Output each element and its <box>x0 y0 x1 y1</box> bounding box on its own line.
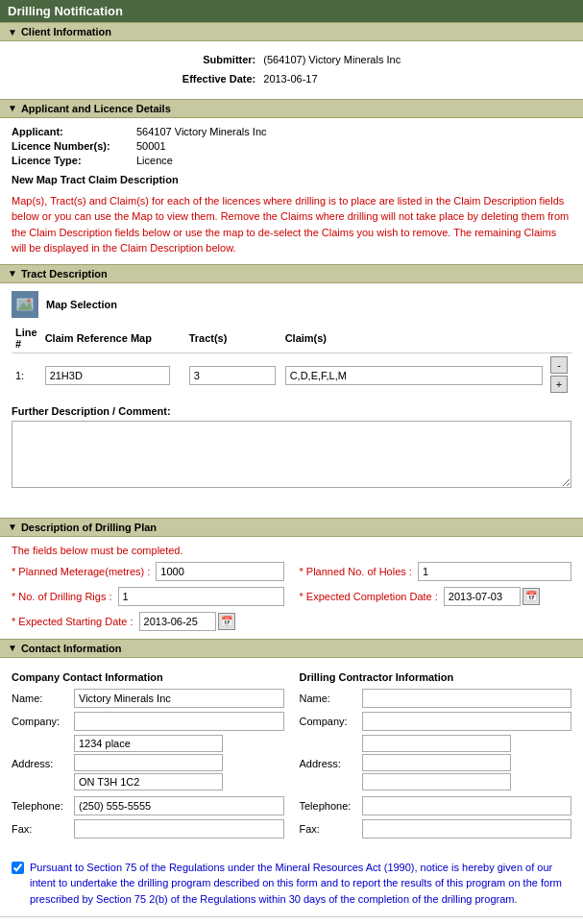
licence-number-value: 50001 <box>136 140 571 152</box>
tract-section-header: ▼ Tract Description <box>0 264 583 283</box>
licence-number-row: Licence Number(s): 50001 <box>12 140 571 152</box>
tract-arrow: ▼ <box>8 268 17 279</box>
planned-holes-label: * Planned No. of Holes : <box>300 566 412 577</box>
svg-point-2 <box>27 299 31 303</box>
company-telephone-label: Telephone: <box>12 800 74 812</box>
planned-holes-field: * Planned No. of Holes : <box>300 562 572 581</box>
company-address-line2[interactable] <box>74 754 223 771</box>
expected-completion-field: * Expected Completion Date : 📅 <box>300 587 572 606</box>
company-company-input[interactable] <box>74 712 284 731</box>
empty-cell <box>300 612 572 631</box>
drilling-section-body: The fields below must be completed. * Pl… <box>0 537 583 639</box>
applicant-label: Applicant: <box>12 126 136 137</box>
required-note: The fields below must be completed. <box>12 545 571 556</box>
applicant-section-body: Applicant: 564107 Victory Minerals Inc L… <box>0 118 583 264</box>
tract-tracts-cell[interactable] <box>185 353 281 398</box>
contractor-telephone-label: Telephone: <box>300 800 362 812</box>
company-contact-col: Company Contact Information Name: Compan… <box>12 671 284 842</box>
contractor-address-line1[interactable] <box>362 735 511 752</box>
drilling-fields-grid: * Planned Meterage(metres) : * Planned N… <box>12 562 571 631</box>
company-address-inputs <box>74 735 284 792</box>
company-address-line1[interactable] <box>74 735 223 752</box>
licence-type-row: Licence Type: Licence <box>12 155 571 166</box>
company-name-input[interactable] <box>74 689 284 708</box>
licence-type-label: Licence Type: <box>12 155 136 166</box>
company-address-line3[interactable] <box>74 773 223 790</box>
contact-grid: Company Contact Information Name: Compan… <box>12 671 571 842</box>
comment-section: Further Description / Comment: <box>12 405 571 491</box>
tract-line-no: 1: <box>12 353 41 398</box>
tract-claim-ref-cell[interactable] <box>41 353 185 398</box>
remove-tract-button[interactable]: - <box>550 356 568 374</box>
disclaimer-checkbox[interactable] <box>12 862 24 874</box>
effective-date-value: 2013-06-17 <box>263 70 401 89</box>
applicant-section-header: ▼ Applicant and Licence Details <box>0 99 583 118</box>
contact-section-header: ▼ Contact Information <box>0 639 583 658</box>
contractor-address-field: Address: <box>300 735 572 792</box>
submitter-value: (564107) Victory Minerals Inc <box>263 51 401 70</box>
contractor-fax-field: Fax: <box>300 819 572 839</box>
contractor-name-field: Name: <box>300 689 572 708</box>
map-selection-label: Map Selection <box>46 299 117 310</box>
description-text: Map(s), Tract(s) and Claim(s) for each o… <box>12 193 571 256</box>
company-company-field: Company: <box>12 712 284 731</box>
expected-completion-input[interactable] <box>444 587 521 606</box>
company-name-field: Name: <box>12 689 284 708</box>
drilling-arrow: ▼ <box>8 522 17 532</box>
expected-start-label: * Expected Starting Date : <box>12 616 134 627</box>
add-tract-button[interactable]: + <box>550 376 568 393</box>
col-claim-ref: Claim Reference Map <box>41 324 185 353</box>
effective-date-label: Effective Date: <box>182 70 255 89</box>
contractor-telephone-input[interactable] <box>362 796 572 815</box>
tract-action-buttons: - + <box>547 353 571 398</box>
company-telephone-input[interactable] <box>74 796 284 815</box>
drilling-rigs-label: * No. of Drilling Rigs : <box>12 591 112 602</box>
further-description-textarea[interactable] <box>12 421 571 488</box>
map-selection-row: Map Selection <box>12 291 571 318</box>
client-info-body: Submitter: Effective Date: (564107) Vict… <box>0 41 583 99</box>
planned-holes-input[interactable] <box>418 562 571 581</box>
disclaimer-text: Pursuant to Section 75 of the Regulation… <box>30 860 571 908</box>
new-map-header: New Map Tract Claim Description <box>12 174 571 185</box>
contact-section-body: Company Contact Information Name: Compan… <box>0 658 583 850</box>
contractor-company-field: Company: <box>300 712 572 731</box>
company-telephone-field: Telephone: <box>12 796 284 815</box>
planned-meterage-input[interactable] <box>156 562 283 581</box>
col-line: Line# <box>12 324 41 353</box>
contractor-address-line2[interactable] <box>362 754 511 771</box>
client-info-values: (564107) Victory Minerals Inc 2013-06-17 <box>263 51 401 89</box>
company-address-label: Address: <box>12 758 74 769</box>
expected-start-calendar-btn[interactable]: 📅 <box>218 613 235 630</box>
company-fax-input[interactable] <box>74 819 284 839</box>
col-claims: Claim(s) <box>281 324 547 353</box>
submitter-label: Submitter: <box>182 51 255 70</box>
tract-row: 1: - + <box>12 353 571 398</box>
contractor-address-inputs <box>362 735 572 792</box>
applicant-arrow: ▼ <box>8 103 17 113</box>
tract-claims-cell[interactable] <box>281 353 547 398</box>
disclaimer-row: Pursuant to Section 75 of the Regulation… <box>12 860 571 908</box>
client-info-arrow: ▼ <box>8 27 17 37</box>
contractor-name-input[interactable] <box>362 689 572 708</box>
expected-completion-calendar-btn[interactable]: 📅 <box>522 588 540 605</box>
tract-claim-ref-input[interactable] <box>45 366 170 385</box>
contractor-address-line3[interactable] <box>362 773 511 790</box>
expected-start-input[interactable] <box>139 612 216 631</box>
footer-nav: ↻ Back Next ↻ <box>0 916 583 924</box>
contractor-fax-input[interactable] <box>362 819 572 839</box>
contractor-telephone-field: Telephone: <box>300 796 572 815</box>
company-contact-header: Company Contact Information <box>12 671 284 683</box>
tract-tracts-input[interactable] <box>189 366 276 385</box>
licence-number-label: Licence Number(s): <box>12 140 136 152</box>
contractor-company-input[interactable] <box>362 712 572 731</box>
planned-meterage-label: * Planned Meterage(metres) : <box>12 566 150 577</box>
applicant-value: 564107 Victory Minerals Inc <box>136 126 571 137</box>
company-address-field: Address: <box>12 735 284 792</box>
tract-claims-input[interactable] <box>285 366 543 385</box>
contractor-fax-label: Fax: <box>300 823 362 835</box>
spacer <box>0 498 583 518</box>
contractor-company-label: Company: <box>300 716 362 727</box>
expected-completion-label: * Expected Completion Date : <box>300 591 438 602</box>
drilling-rigs-input[interactable] <box>118 587 284 606</box>
drilling-rigs-field: * No. of Drilling Rigs : <box>12 587 284 606</box>
